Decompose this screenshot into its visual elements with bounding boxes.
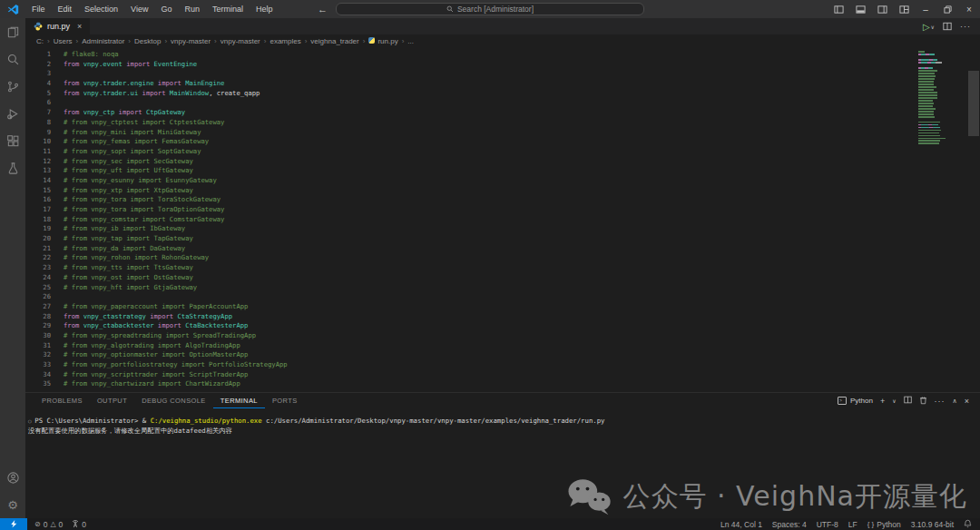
code-line[interactable]: from vnpy_ctp import CtpGateway <box>64 108 916 118</box>
code-line[interactable]: # from vnpy_scripttrader import ScriptTr… <box>64 370 916 380</box>
status-python[interactable]: { }Python <box>867 520 901 529</box>
window-close-icon[interactable]: × <box>958 0 980 18</box>
code-line[interactable]: # from vnpy_sopt import SoptGateway <box>64 147 916 157</box>
menu-run[interactable]: Run <box>178 0 206 18</box>
nav-back-icon[interactable]: ← <box>318 4 328 15</box>
panel-more-actions-icon[interactable]: ··· <box>935 397 946 406</box>
command-center-search[interactable]: Search [Administrator] <box>336 3 644 15</box>
new-terminal-icon[interactable]: + <box>880 397 885 406</box>
code-line[interactable]: # from vnpy_femas import FemasGateway <box>64 137 916 147</box>
breadcrumb-item[interactable]: veighna_trader <box>310 37 358 45</box>
extensions-icon[interactable] <box>0 127 25 154</box>
code-line[interactable]: # from vnpy_ib import IbGateway <box>64 224 916 234</box>
code-line[interactable]: # from vnpy_algotrading import AlgoTradi… <box>64 341 916 351</box>
terminal-shell-item[interactable]: > Python <box>838 397 873 405</box>
code-line[interactable]: # from vnpy_xtp import XtpGateway <box>64 186 916 196</box>
run-dropdown-icon[interactable]: ∨ <box>931 24 935 30</box>
code-line[interactable]: # from vnpy_da import DaGateway <box>64 244 916 254</box>
status-spaces-4[interactable]: Spaces: 4 <box>772 520 807 529</box>
code-line[interactable] <box>64 292 916 302</box>
status-3-10-9-64-bit[interactable]: 3.10.9 64-bit <box>911 520 954 529</box>
status-utf-8[interactable]: UTF-8 <box>817 520 838 529</box>
menu-terminal[interactable]: Terminal <box>206 0 250 18</box>
breadcrumb-item[interactable]: ... <box>407 37 414 45</box>
code-editor[interactable]: 1234567891011121314151617181920212223242… <box>25 47 980 392</box>
menu-help[interactable]: Help <box>250 0 279 18</box>
code-line[interactable]: from vnpy.event import EventEngine <box>64 60 916 70</box>
customize-layout-icon[interactable] <box>893 0 915 18</box>
split-terminal-icon[interactable] <box>904 396 912 406</box>
code-line[interactable]: # from vnpy_chartwizard import ChartWiza… <box>64 379 916 389</box>
toggle-secondary-sidebar-icon[interactable] <box>871 0 893 18</box>
code-line[interactable]: # from vnpy_ctptest import CtptestGatewa… <box>64 118 916 128</box>
code-line[interactable]: # flake8: noqa <box>64 50 916 60</box>
code-line[interactable]: # from vnpy_hft import GtjaGateway <box>64 283 916 293</box>
tab-run-py[interactable]: run.py × <box>25 18 91 34</box>
run-python-file-button[interactable]: ▷∨ <box>923 22 935 32</box>
panel-tab-ports[interactable]: PORTS <box>265 393 305 408</box>
menu-edit[interactable]: Edit <box>52 0 79 18</box>
remote-indicator[interactable] <box>0 518 27 530</box>
editor-scrollbar[interactable] <box>967 47 980 392</box>
status-ln-44-col-1[interactable]: Ln 44, Col 1 <box>720 520 762 529</box>
split-editor-icon[interactable] <box>943 18 952 34</box>
notifications-bell-icon[interactable] <box>964 519 972 530</box>
terminal-output[interactable]: ○ PS C:\Users\Administrator> & C:/veighn… <box>25 408 980 436</box>
breadcrumb-item[interactable]: run.py <box>368 37 397 45</box>
panel-tab-terminal[interactable]: TERMINAL <box>213 393 265 408</box>
code-line[interactable]: # from vnpy_tts import TtsGateway <box>64 263 916 273</box>
code-line[interactable]: # from vnpy_tap import TapGateway <box>64 234 916 244</box>
problems-status[interactable]: ⊘ 0 △ 0 <box>34 520 63 529</box>
window-minimize-icon[interactable]: – <box>915 0 936 18</box>
status-lf[interactable]: LF <box>848 520 858 529</box>
code-line[interactable]: # from vnpy_rohon import RohonGateway <box>64 253 916 263</box>
code-line[interactable] <box>64 98 916 108</box>
breadcrumb-item[interactable]: Desktop <box>134 37 161 45</box>
code-line[interactable]: # from vnpy_tora import ToraOptionGatewa… <box>64 205 916 215</box>
toggle-primary-sidebar-icon[interactable] <box>828 0 849 18</box>
code-line[interactable]: # from vnpy_tora import ToraStockGateway <box>64 195 916 205</box>
code-line[interactable]: from vnpy.trader.ui import MainWindow, c… <box>64 89 916 99</box>
code-line[interactable]: # from vnpy_esunny import EsunnyGateway <box>64 176 916 186</box>
code-lines[interactable]: # flake8: noqafrom vnpy.event import Eve… <box>64 50 916 389</box>
panel-tab-output[interactable]: OUTPUT <box>90 393 134 408</box>
breadcrumb-item[interactable]: Users <box>54 37 73 45</box>
testing-icon[interactable] <box>0 154 25 182</box>
kill-terminal-icon[interactable] <box>919 396 927 407</box>
source-control-icon[interactable] <box>0 73 25 100</box>
toggle-panel-icon[interactable] <box>849 0 871 18</box>
breadcrumb-item[interactable]: vnpy-master <box>171 37 211 45</box>
code-line[interactable]: # from vnpy_paperaccount import PaperAcc… <box>64 302 916 312</box>
code-line[interactable]: # from vnpy_optionmaster import OptionMa… <box>64 350 916 360</box>
minimap[interactable] <box>918 51 967 392</box>
terminal-dropdown-icon[interactable]: ∨ <box>892 398 896 404</box>
maximize-panel-icon[interactable]: ∧ <box>953 398 957 405</box>
scrollbar-slider[interactable] <box>968 71 979 136</box>
editor-more-actions-icon[interactable]: ··· <box>960 22 971 31</box>
close-panel-icon[interactable]: × <box>965 397 969 406</box>
code-line[interactable] <box>64 69 916 79</box>
code-line[interactable]: # from vnpy_spreadtrading import SpreadT… <box>64 331 916 341</box>
code-line[interactable]: # from vnpy_uft import UftGateway <box>64 166 916 176</box>
code-line[interactable]: # from vnpy_comstar import ComstarGatewa… <box>64 215 916 225</box>
explorer-icon[interactable] <box>0 18 25 45</box>
code-line[interactable]: # from vnpy_sec import SecGateway <box>64 157 916 167</box>
code-line[interactable]: # from vnpy_mini import MiniGateway <box>64 128 916 138</box>
breadcrumb-item[interactable]: Administrator <box>82 37 124 45</box>
ports-status[interactable]: 0 <box>72 520 86 529</box>
code-line[interactable]: from vnpy_ctabacktester import CtaBackte… <box>64 321 916 331</box>
breadcrumb-item[interactable]: C: <box>36 37 44 45</box>
settings-gear-icon[interactable]: ⚙ <box>0 491 25 518</box>
code-line[interactable]: # from vnpy_ost import OstGateway <box>64 273 916 283</box>
code-line[interactable]: from vnpy.trader.engine import MainEngin… <box>64 79 916 89</box>
menu-file[interactable]: File <box>25 0 52 18</box>
code-line[interactable]: from vnpy_ctastrategy import CtaStrategy… <box>64 312 916 322</box>
window-restore-icon[interactable] <box>936 0 958 18</box>
tab-close-icon[interactable]: × <box>77 22 82 31</box>
breadcrumb-item[interactable]: examples <box>270 37 300 45</box>
search-sidebar-icon[interactable] <box>0 45 25 73</box>
menu-selection[interactable]: Selection <box>78 0 124 18</box>
menu-view[interactable]: View <box>124 0 154 18</box>
menu-go[interactable]: Go <box>154 0 178 18</box>
breadcrumb-item[interactable]: vnpy-master <box>220 37 260 45</box>
